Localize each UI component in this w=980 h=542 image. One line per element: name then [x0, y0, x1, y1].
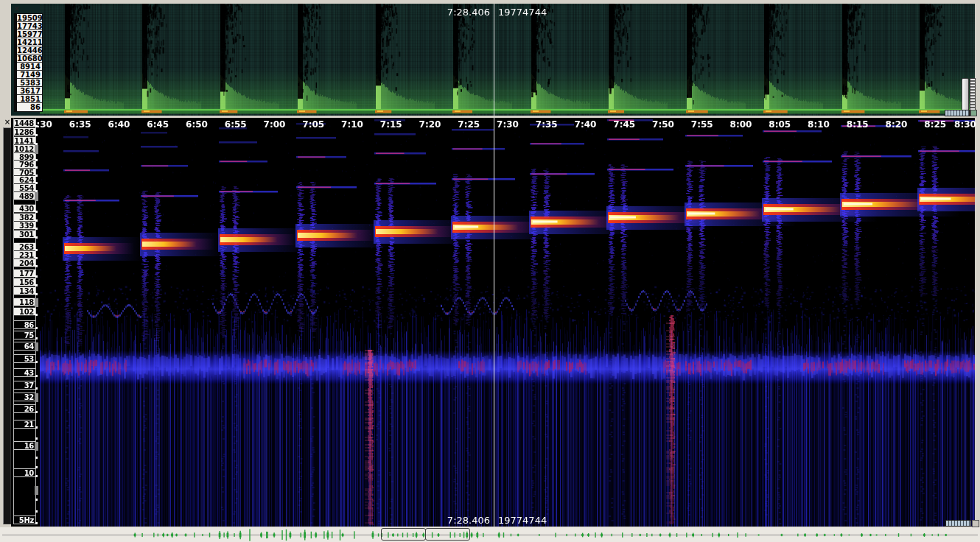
- time-label: 8:20: [883, 119, 910, 130]
- freq-label: 430: [14, 204, 35, 213]
- freq-label: 53: [14, 354, 35, 363]
- freq-tick: [35, 387, 38, 390]
- time-label: 7:40: [573, 119, 599, 130]
- time-label: 8:30: [952, 119, 979, 130]
- octave-tick: [35, 442, 38, 451]
- cursor-time-readout-top: 7:28.406: [438, 7, 490, 18]
- freq-tick: [35, 475, 38, 477]
- overview-frequency-scale[interactable]: 1950917743159771421112446106808914714953…: [14, 13, 43, 112]
- selection-box-right[interactable]: [425, 528, 470, 541]
- freq-tick: [35, 337, 38, 339]
- freq-tick: [35, 314, 38, 316]
- freq-label: 204: [14, 258, 35, 267]
- octave-tick: [35, 192, 38, 201]
- freq-label: 339: [14, 221, 35, 230]
- main-spectrogram-canvas[interactable]: [40, 118, 975, 527]
- octave-tick: [35, 298, 38, 307]
- freq-tick: [35, 211, 38, 213]
- time-label: 7:00: [262, 119, 288, 130]
- freq-tick: [35, 327, 38, 329]
- time-label: 6:45: [144, 119, 171, 130]
- freq-tick: [35, 437, 38, 440]
- freq-label: 5383: [17, 79, 42, 87]
- freq-label: 26: [14, 404, 35, 413]
- freq-label: 10680: [17, 54, 42, 63]
- freq-tick: [35, 457, 38, 459]
- freq-tick: [35, 522, 38, 524]
- freq-tick: [35, 219, 38, 222]
- freq-tick: [35, 134, 38, 136]
- freq-label: 1851: [17, 95, 42, 103]
- freq-label: 7149: [17, 71, 42, 79]
- freq-tick: [35, 510, 38, 513]
- freq-label: 134: [14, 286, 35, 295]
- freq-label: 10: [14, 468, 35, 477]
- freq-tick: [35, 249, 38, 251]
- time-label: 8:25: [922, 119, 948, 130]
- freq-tick: [35, 499, 38, 501]
- freq-tick: [35, 466, 38, 468]
- freq-label: 489: [14, 191, 35, 200]
- time-label: 6:50: [183, 119, 210, 130]
- freq-tick: [35, 257, 38, 259]
- time-label: 6:40: [106, 119, 133, 130]
- time-label: 8:15: [844, 119, 871, 130]
- time-label: 6:55: [223, 119, 249, 130]
- freq-tick: [35, 175, 38, 177]
- freq-tick: [35, 265, 38, 267]
- time-label: 6:35: [67, 119, 94, 130]
- freq-label: 15977: [17, 30, 42, 38]
- time-label: 8:00: [728, 119, 755, 130]
- overview-zoom-strip[interactable]: [945, 110, 970, 116]
- freq-label: 301: [14, 230, 35, 239]
- freq-label: 8914: [17, 63, 42, 71]
- octave-tick: [35, 486, 38, 495]
- freq-tick: [35, 375, 38, 377]
- freq-tick: [35, 166, 38, 169]
- freq-label: 43: [14, 368, 35, 377]
- freq-tick: [35, 293, 38, 295]
- cursor-time-readout-bottom: 7:28.406: [438, 515, 490, 526]
- waveform-overview: [0, 527, 980, 542]
- overview-spectrogram-canvas[interactable]: [40, 4, 975, 116]
- freq-tick: [35, 159, 38, 161]
- close-icon[interactable]: ×: [3, 118, 12, 127]
- frequency-scrollbar[interactable]: [3, 127, 11, 524]
- main-zoom-strip[interactable]: [945, 520, 971, 527]
- octave-tick: [35, 145, 38, 154]
- freq-label: 118: [14, 298, 35, 306]
- freq-tick: [35, 125, 38, 127]
- freq-label: 32: [14, 393, 35, 401]
- overview-corner-button[interactable]: [970, 110, 977, 116]
- freq-label: 17743: [17, 22, 42, 30]
- waveform-canvas[interactable]: [0, 527, 980, 542]
- selection-box-left[interactable]: [381, 528, 426, 541]
- freq-label: 19509: [17, 14, 42, 22]
- main-spectrogram-pane: 6:306:356:406:456:506:557:007:057:107:15…: [11, 118, 975, 527]
- time-label: 7:10: [339, 119, 365, 130]
- freq-label: 37: [14, 381, 35, 390]
- time-label: 7:45: [611, 119, 637, 130]
- freq-label: 1448: [14, 119, 35, 127]
- time-label: 7:55: [689, 119, 715, 130]
- time-label: 8:05: [766, 119, 793, 130]
- freq-label: 16: [14, 441, 35, 450]
- freq-tick: [35, 275, 38, 278]
- freq-label: 3617: [17, 87, 42, 95]
- octave-tick: [35, 393, 38, 402]
- freq-label: 12446: [17, 46, 42, 54]
- freq-label: 5Hz: [14, 515, 35, 524]
- time-label: 7:50: [650, 119, 676, 130]
- main-corner-button[interactable]: [972, 520, 979, 527]
- close-icon[interactable]: ×: [13, 4, 21, 13]
- freq-label: 75: [14, 331, 35, 339]
- freq-tick: [35, 426, 38, 429]
- time-label: 7:30: [494, 119, 521, 130]
- freq-label: 156: [14, 278, 35, 286]
- cursor-sample-readout-top: 19774744: [498, 7, 547, 18]
- main-frequency-scale[interactable]: 1448128611411012899796705624554489430382…: [13, 119, 36, 524]
- time-label: 8:10: [805, 119, 832, 130]
- freq-tick: [35, 182, 38, 184]
- freq-label: 102: [14, 307, 35, 316]
- octave-tick: [35, 342, 38, 351]
